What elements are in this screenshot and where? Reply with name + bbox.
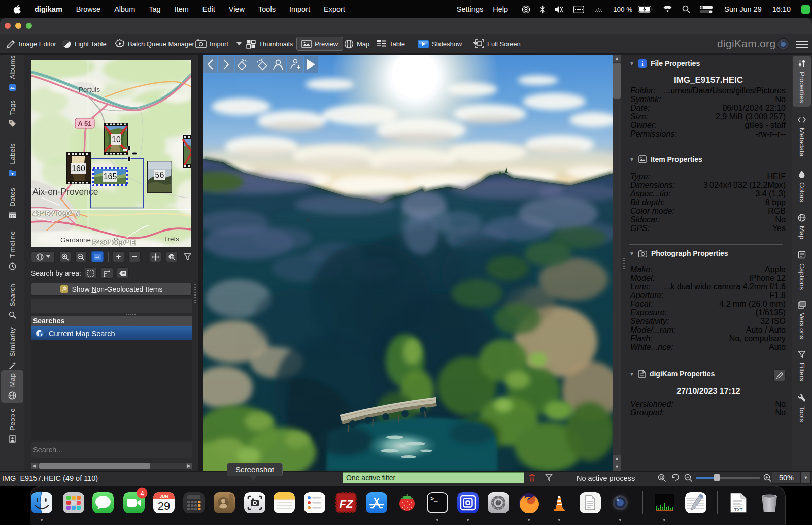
svg-text:>_: >_ — [430, 496, 438, 503]
svg-text:5° 30' 00,0" E: 5° 30' 00,0" E — [92, 239, 135, 246]
svg-text:Aix-en-Provence: Aix-en-Provence — [32, 187, 98, 197]
svg-text:A 51: A 51 — [78, 120, 92, 127]
svg-text:56: 56 — [155, 171, 164, 179]
svg-text:43° 50' 00,0" N: 43° 50' 00,0" N — [33, 210, 80, 217]
svg-text:29: 29 — [158, 500, 170, 512]
svg-text:Gardanne: Gardanne — [60, 236, 91, 244]
svg-text:Pertuis: Pertuis — [79, 86, 100, 93]
svg-text:10: 10 — [112, 135, 121, 144]
svg-text:FZ: FZ — [340, 498, 354, 510]
svg-text:4: 4 — [140, 489, 144, 497]
svg-text:TXT: TXT — [734, 507, 743, 512]
svg-text:Trets: Trets — [164, 235, 179, 243]
svg-text:165: 165 — [104, 172, 117, 181]
svg-text:JUN: JUN — [159, 494, 168, 499]
svg-text:160: 160 — [72, 164, 85, 173]
